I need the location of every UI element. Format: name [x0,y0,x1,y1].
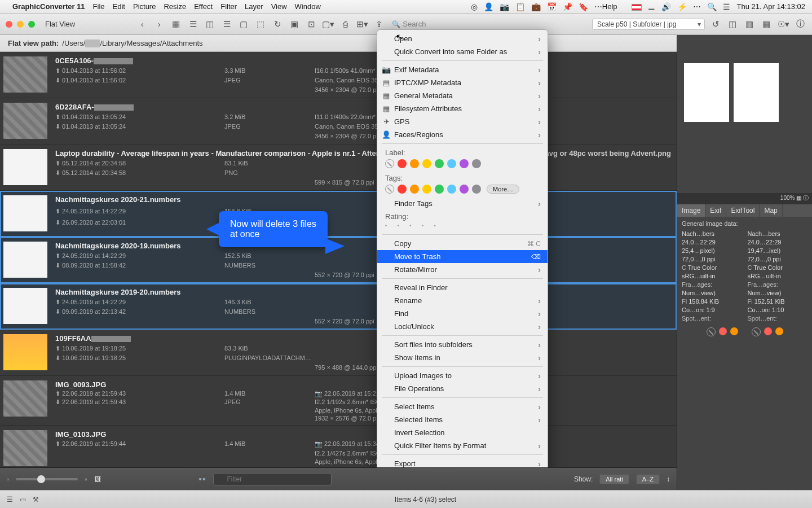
menu-edit[interactable]: Edit [113,2,125,11]
app-name[interactable]: GraphicConverter 11 [12,2,85,11]
flag-icon[interactable] [632,2,642,11]
share-icon[interactable]: ⇪ [373,19,385,29]
menu-help[interactable]: Help [602,2,617,11]
calendar-icon[interactable]: 📅 [547,2,557,11]
list-icon[interactable]: ☰ [7,496,13,503]
tag-blue[interactable] [447,185,456,194]
sync-icon[interactable]: ⋯ [594,2,602,11]
ctx-move-to-trash[interactable]: Move to Trash⌫ [377,250,548,263]
ctx-file-ops[interactable]: File Operations [377,382,548,395]
close-window-button[interactable] [6,21,12,28]
user-icon[interactable]: 👤 [484,2,493,11]
ctx-filesystem[interactable]: ▦Filesystem Attributes [377,102,548,115]
ctx-exif[interactable]: 📷Exif Metadata [377,63,548,76]
file-row[interactable]: 109FF6AA ⬆ 10.06.2019 at 19:18:25 83.3 K… [0,330,677,376]
label-yellow[interactable] [422,159,431,168]
file-thumbnail[interactable] [3,103,47,139]
file-row[interactable]: Nachmittagskurse 2020-21.numbers ⬆ 24.05… [0,191,677,237]
ctx-show-items-in[interactable]: Show Items in [377,351,548,364]
tag-orange[interactable] [410,185,419,194]
menu-view[interactable]: View [271,2,287,11]
menu-effect[interactable]: Effect [194,2,213,11]
power-icon[interactable]: ⚡ [677,2,687,11]
label-orange[interactable] [410,159,419,168]
file-row[interactable]: Laptop durability - Average lifespan in … [0,144,677,191]
tool-icon[interactable]: ▢ [237,19,250,29]
grid-icon[interactable]: ⊞▾ [356,19,368,29]
menu-filter[interactable]: Filter [220,2,237,11]
ctx-finder-tags[interactable]: Finder Tags [377,197,548,210]
panel-icon[interactable]: ▥ [743,19,756,29]
file-thumbnail[interactable] [3,242,47,278]
preview-thumb[interactable] [684,63,729,122]
zoom-window-button[interactable] [28,21,35,28]
zoom-out-icon[interactable]: ▫ [7,475,9,483]
tag-yellow[interactable] [422,185,431,194]
label-none[interactable] [752,327,761,336]
tab-map[interactable]: Map [760,204,782,217]
more-icon[interactable]: ⋯ [693,2,701,11]
ctx-lock[interactable]: Lock/Unlock [377,320,548,333]
forward-button[interactable]: › [153,19,165,29]
ctx-quick-convert[interactable]: Quick Convert into same Folder as [377,45,548,58]
file-thumbnail[interactable] [3,56,47,93]
ctx-sort-subfolders[interactable]: Sort files into subfolders [377,338,548,351]
label-purple[interactable] [460,159,469,168]
crop-icon[interactable]: ⊡ [305,19,317,29]
file-list[interactable]: 0CE5A106- ⬆ 01.04.2013 at 11:56:02 3.3 M… [0,52,677,467]
stack-icon[interactable]: ▣ [288,19,301,29]
tool-icon[interactable]: ⚒ [33,496,39,503]
ctx-reveal[interactable]: Reveal in Finder [377,281,548,294]
tab-exiftool[interactable]: ExifTool [726,204,760,217]
view-mode-icon[interactable]: 🖼 [94,475,101,483]
label-orange[interactable] [775,327,783,335]
tags-more-button[interactable]: More… [487,185,519,194]
info-icon[interactable]: ⓘ [794,19,806,29]
menu-window[interactable]: Window [295,2,321,11]
tag-red[interactable] [398,185,407,194]
file-thumbnail[interactable] [3,288,47,324]
detail-view-icon[interactable]: ☰ [220,19,233,29]
file-thumbnail[interactable] [3,195,47,231]
menubar-clock[interactable]: Thu 21. Apr 14:13:02 [737,2,805,11]
ctx-upload[interactable]: Upload Images to [377,369,548,382]
panel-icon[interactable]: ▦ [760,19,773,29]
menu-layer[interactable]: Layer [245,2,263,11]
ctx-faces[interactable]: 👤Faces/Regions [377,128,548,141]
label-none[interactable] [707,327,716,336]
file-row[interactable]: IMG_0093.JPG ⬆ 22.06.2019 at 21:59:43 1.… [0,376,677,426]
ctx-find[interactable]: Find [377,307,548,320]
tag-icon[interactable]: 🔖 [579,2,588,11]
label-red[interactable] [398,159,407,168]
tag-green[interactable] [435,185,444,194]
tag-purple[interactable] [460,185,469,194]
minimize-window-button[interactable] [17,21,24,28]
file-thumbnail[interactable] [3,334,47,370]
ctx-quick-filter[interactable]: Quick Filter Items by Format [377,439,548,452]
camera-icon[interactable]: 📷 [500,2,509,11]
ctx-select-items[interactable]: Select Items [377,400,548,413]
file-row[interactable]: 6D228AFA- ⬆ 01.04.2013 at 13:05:24 3.2 M… [0,98,677,144]
ctx-iptc[interactable]: ▤IPTC/XMP Metadata [377,76,548,89]
label-orange[interactable] [730,327,738,335]
rotate-icon[interactable]: ↻ [271,19,284,29]
list-view-icon[interactable]: ☰ [187,19,199,29]
tool-icon[interactable]: ⬚ [254,19,267,29]
zoom-in-icon[interactable]: ▫ [85,475,87,483]
gear-icon[interactable]: ☉▾ [777,19,789,29]
ctx-selected-items[interactable]: Selected Items [377,413,548,426]
column-view-icon[interactable]: ◫ [204,19,216,29]
ctx-copy[interactable]: Copy⌘ C [377,237,548,250]
ctx-invert-selection[interactable]: Invert Selection [377,426,548,439]
status-icon[interactable]: ◎ [471,2,478,11]
preset-dropdown[interactable]: Scale p50 | Subfolder | jpg [592,19,705,30]
tab-exif[interactable]: Exif [705,204,726,217]
tag-gray[interactable] [472,185,481,194]
panel-icon[interactable]: ◫ [726,19,739,29]
file-thumbnail[interactable] [3,380,47,417]
rating-stars[interactable]: • • • • • [377,222,548,232]
label-none[interactable] [385,159,394,168]
screen-icon[interactable]: ▢▾ [322,19,334,29]
label-gray[interactable] [472,159,481,168]
clipboard-icon[interactable]: 📋 [515,2,525,11]
